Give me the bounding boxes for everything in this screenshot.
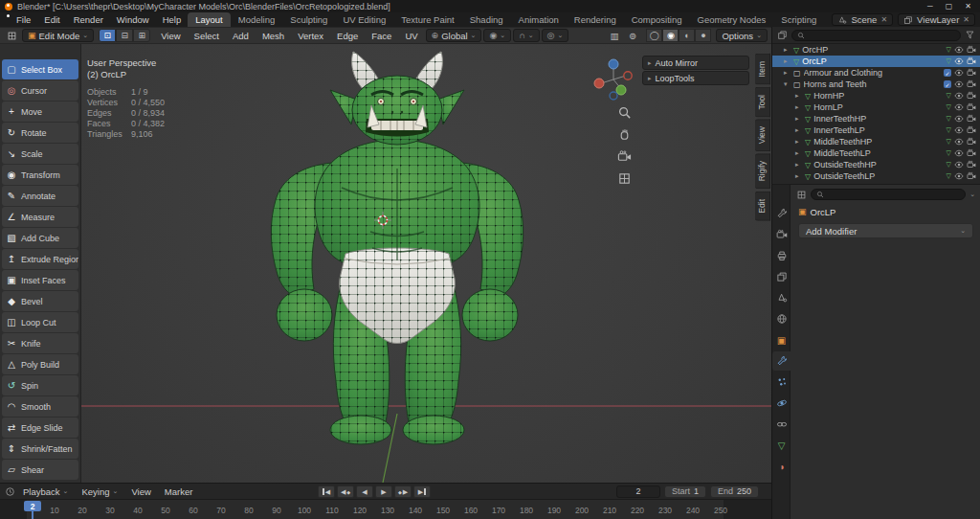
tool-loop-cut[interactable]: ◫Loop Cut bbox=[2, 312, 78, 332]
zoom-icon[interactable] bbox=[617, 105, 632, 120]
expand-icon[interactable]: ▸ bbox=[795, 161, 802, 169]
hide-eye-icon[interactable] bbox=[954, 102, 964, 112]
menu-marker[interactable]: Marker bbox=[159, 486, 199, 497]
timeline-ruler[interactable]: 10 20 30 40 50 60 70 80 90 100 110 120 1… bbox=[0, 500, 771, 519]
outliner-row-orclp[interactable]: ▸ ▽ OrcLP ▽ bbox=[772, 56, 980, 67]
view-layer-remove-icon[interactable]: ✕ bbox=[963, 15, 969, 24]
edge-select-button[interactable]: ⊟ bbox=[116, 29, 133, 42]
sidebar-tab-rigify[interactable]: Rigify bbox=[755, 153, 770, 189]
orthographic-toggle-icon[interactable] bbox=[617, 171, 632, 186]
tool-select-box[interactable]: ▢Select Box bbox=[2, 59, 78, 79]
pan-hand-icon[interactable] bbox=[617, 127, 632, 142]
outliner-row-innerteethlp[interactable]: ▸ ▽ InnerTeethLP ▽ bbox=[772, 124, 980, 136]
tool-measure[interactable]: ∠Measure bbox=[2, 207, 78, 227]
menu-mesh[interactable]: Mesh bbox=[256, 31, 290, 41]
render-visibility-icon[interactable] bbox=[967, 125, 976, 135]
render-visibility-icon[interactable] bbox=[967, 102, 976, 112]
outliner-row-horns-and-teeth[interactable]: ▾ ▢ Horns and Teeth ✓ bbox=[772, 79, 980, 90]
menu-file[interactable]: File bbox=[10, 12, 37, 27]
workspace-tab-rendering[interactable]: Rendering bbox=[567, 12, 624, 27]
hide-eye-icon[interactable] bbox=[954, 56, 964, 66]
menu-face[interactable]: Face bbox=[366, 31, 397, 41]
menu-timeline-view[interactable]: View bbox=[125, 486, 156, 497]
vertex-select-button[interactable]: ⊡ bbox=[99, 29, 116, 42]
jump-to-start-button[interactable]: ◀ bbox=[318, 485, 335, 498]
outliner-search[interactable] bbox=[791, 30, 961, 41]
workspace-tab-sculpting[interactable]: Sculpting bbox=[282, 12, 335, 27]
options-dropdown[interactable]: Options ⌄ bbox=[716, 29, 768, 42]
properties-tab-data[interactable]: ▽ bbox=[772, 436, 791, 455]
pivot-point-dropdown[interactable]: ◉ ⌄ bbox=[483, 29, 511, 42]
properties-tab-world[interactable] bbox=[772, 309, 791, 328]
tool-rotate[interactable]: ↻Rotate bbox=[2, 123, 78, 143]
tool-smooth[interactable]: ◠Smooth bbox=[2, 396, 78, 417]
tool-edge-slide[interactable]: ⇄Edge Slide bbox=[2, 417, 78, 438]
proportional-editing-dropdown[interactable]: ◎ ⌄ bbox=[542, 29, 569, 42]
properties-tab-object[interactable]: ▣ bbox=[772, 330, 791, 350]
jump-to-end-button[interactable]: ▶ bbox=[413, 485, 431, 498]
menu-edit[interactable]: Edit bbox=[37, 12, 66, 27]
render-visibility-icon[interactable] bbox=[967, 137, 976, 147]
snap-dropdown[interactable]: ∩ ⌄ bbox=[513, 29, 539, 42]
workspace-tab-geometry-nodes[interactable]: Geometry Nodes bbox=[690, 12, 774, 27]
menu-window[interactable]: Window bbox=[110, 12, 156, 27]
maximize-button[interactable]: ▢ bbox=[946, 2, 953, 11]
menu-uv[interactable]: UV bbox=[399, 31, 423, 41]
workspace-tab-modeling[interactable]: Modeling bbox=[231, 12, 283, 27]
properties-tab-material[interactable]: ◑ bbox=[772, 457, 791, 476]
blender-menu-icon[interactable] bbox=[0, 12, 10, 27]
prev-keyframe-button[interactable]: ◀◆ bbox=[337, 485, 354, 498]
outliner-row-orchp[interactable]: ▸ ▽ OrcHP ▽ bbox=[772, 44, 980, 56]
hide-eye-icon[interactable] bbox=[954, 148, 964, 158]
shading-material-button[interactable]: ◐ bbox=[679, 29, 695, 42]
outliner-row-middleteethlp[interactable]: ▸ ▽ MiddleTeethLP ▽ bbox=[772, 147, 980, 159]
expand-icon[interactable]: ▸ bbox=[795, 92, 802, 100]
panel-auto-mirror[interactable]: ▸ Auto Mirror bbox=[642, 56, 749, 70]
expand-icon[interactable]: ▸ bbox=[795, 138, 802, 146]
outliner-row-hornlp[interactable]: ▸ ▽ HornLP ▽ bbox=[772, 102, 980, 113]
close-button[interactable]: ✕ bbox=[965, 2, 971, 11]
hide-eye-icon[interactable] bbox=[954, 125, 964, 135]
menu-edge[interactable]: Edge bbox=[331, 31, 364, 41]
overlays-dropdown[interactable]: ⊚ bbox=[624, 29, 640, 42]
tool-knife[interactable]: ✂Knife bbox=[2, 333, 78, 353]
properties-search-input[interactable] bbox=[828, 190, 960, 199]
tool-inset-faces[interactable]: ▣Inset Faces bbox=[2, 270, 78, 290]
next-keyframe-button[interactable]: ◆▶ bbox=[394, 485, 412, 498]
workspace-tab-scripting[interactable]: Scripting bbox=[773, 12, 824, 27]
chevron-down-icon[interactable]: ⌄ bbox=[969, 191, 975, 198]
workspace-tab-uv-editing[interactable]: UV Editing bbox=[335, 12, 393, 27]
tool-add-cube[interactable]: ▧Add Cube bbox=[2, 228, 78, 248]
menu-add[interactable]: Add bbox=[227, 31, 255, 41]
hide-eye-icon[interactable] bbox=[954, 68, 964, 78]
tool-shear[interactable]: ▱Shear bbox=[2, 460, 78, 480]
properties-tab-physics[interactable] bbox=[772, 394, 791, 413]
view-layer-selector[interactable]: ViewLayer ✕ bbox=[898, 13, 975, 26]
tool-transform[interactable]: ◉Transform bbox=[2, 165, 78, 185]
shading-wireframe-button[interactable]: ◯ bbox=[646, 29, 662, 42]
workspace-tab-compositing[interactable]: Compositing bbox=[624, 12, 690, 27]
shading-solid-button[interactable]: ◉ bbox=[662, 29, 679, 42]
collapse-icon[interactable]: ▾ bbox=[784, 80, 791, 88]
outliner-search-input[interactable] bbox=[809, 31, 955, 40]
start-frame-field[interactable]: Start1 bbox=[664, 485, 706, 498]
render-visibility-icon[interactable] bbox=[967, 68, 976, 78]
hide-eye-icon[interactable] bbox=[954, 160, 964, 169]
properties-tab-view-layer[interactable] bbox=[772, 267, 791, 286]
menu-playback[interactable]: Playback⌄ bbox=[17, 486, 74, 497]
sidebar-tab-edit[interactable]: Edit bbox=[755, 192, 770, 221]
mode-dropdown[interactable]: ▣ Edit Mode ⌄ bbox=[22, 29, 94, 42]
panel-looptools[interactable]: ▸ LoopTools bbox=[642, 71, 749, 85]
workspace-tab-texture-paint[interactable]: Texture Paint bbox=[393, 12, 461, 27]
tool-shrink-fatten[interactable]: ⇕Shrink/Fatten bbox=[2, 439, 78, 459]
menu-vertex[interactable]: Vertex bbox=[292, 31, 329, 41]
hide-eye-icon[interactable] bbox=[954, 137, 964, 147]
outliner-row-armour-and-clothing[interactable]: ▸ ▢ Armour and Clothing ✓ bbox=[772, 67, 980, 79]
sidebar-tab-item[interactable]: Item bbox=[755, 54, 770, 85]
workspace-tab-animation[interactable]: Animation bbox=[511, 12, 567, 27]
expand-icon[interactable]: ▸ bbox=[784, 69, 791, 77]
navigation-gizmo[interactable] bbox=[591, 57, 635, 102]
properties-tab-render[interactable] bbox=[772, 225, 791, 244]
hide-eye-icon[interactable] bbox=[954, 114, 964, 124]
render-visibility-icon[interactable] bbox=[967, 114, 976, 124]
